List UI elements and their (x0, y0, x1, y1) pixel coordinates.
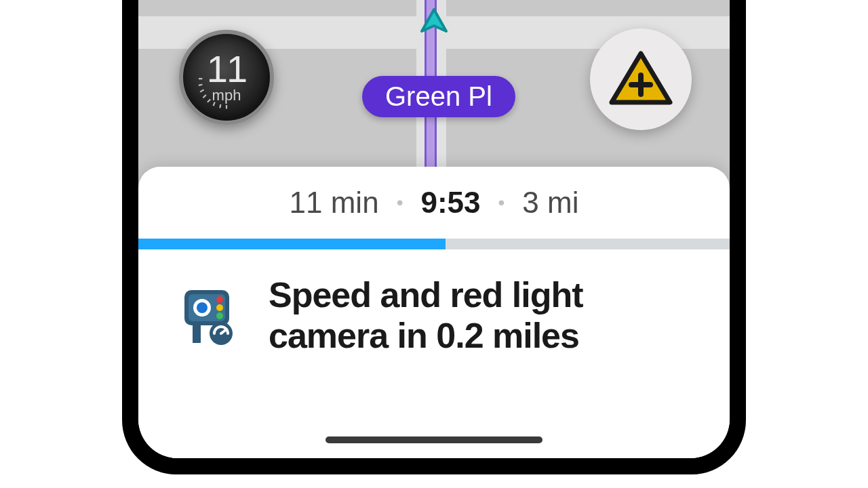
eta-row[interactable]: 11 min • 9:53 • 3 mi (138, 186, 730, 220)
svg-point-13 (197, 302, 208, 313)
alert-text: Speed and red light camera in 0.2 miles (269, 275, 697, 357)
street-name-pill[interactable]: Green Pl (362, 76, 515, 117)
separator-dot-icon: • (397, 192, 403, 214)
speedometer[interactable]: 11 mph (179, 30, 274, 125)
svg-rect-17 (193, 325, 201, 343)
trip-progress-fill (138, 239, 446, 249)
alert-row[interactable]: Speed and red light camera in 0.2 miles (138, 249, 730, 357)
bottom-sheet[interactable]: 11 min • 9:53 • 3 mi (138, 167, 730, 458)
svg-line-2 (199, 85, 202, 85)
svg-line-1 (200, 89, 203, 92)
svg-point-15 (216, 304, 223, 311)
svg-point-14 (216, 296, 223, 303)
svg-line-4 (208, 99, 210, 102)
eta-remaining: 11 min (290, 186, 379, 220)
svg-point-16 (216, 312, 223, 319)
speed-camera-icon (179, 281, 247, 351)
separator-dot-icon: • (498, 192, 505, 214)
eta-distance: 3 mi (522, 186, 578, 220)
warning-plus-icon (608, 49, 674, 109)
svg-line-0 (203, 95, 205, 98)
phone-screen: 11 mph Green Pl 11 min • 9:53 • 3 mi (138, 0, 730, 458)
svg-line-5 (214, 102, 215, 106)
trip-progress-bar (138, 239, 730, 249)
report-button[interactable] (590, 28, 692, 130)
current-location-arrow-icon (419, 8, 449, 38)
street-name-label: Green Pl (385, 81, 492, 111)
phone-frame: 11 mph Green Pl 11 min • 9:53 • 3 mi (122, 0, 746, 474)
home-indicator[interactable] (326, 436, 542, 443)
eta-arrival-time: 9:53 (420, 186, 480, 220)
speedometer-ticks-icon (190, 41, 263, 114)
svg-line-6 (220, 104, 220, 108)
